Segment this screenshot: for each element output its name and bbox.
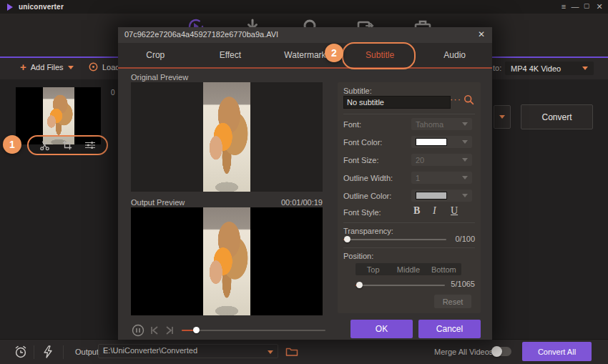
font-color-label: Font Color: [343, 138, 382, 147]
position-slider[interactable] [356, 285, 445, 286]
tab-underline [118, 67, 492, 69]
high-speed-bolt-icon[interactable] [42, 345, 54, 358]
chevron-down-icon [499, 115, 505, 119]
menu-icon[interactable]: ≡ [558, 2, 569, 11]
italic-button[interactable]: I [433, 205, 436, 217]
output-preview-frame [203, 207, 250, 315]
convert-button[interactable]: Convert [521, 104, 593, 129]
outline-color-swatch [416, 192, 447, 200]
plus-icon: + [20, 62, 26, 72]
load-label: Load [102, 63, 119, 72]
chevron-down-icon [582, 67, 588, 70]
merge-all-videos-label: Merge All Videos [434, 348, 493, 356]
bold-button[interactable]: B [413, 205, 420, 217]
subtitle-label: Subtitle: [343, 87, 372, 95]
outline-color-label: Outline Color: [343, 192, 391, 200]
output-preview [131, 207, 323, 315]
seek-slider-knob[interactable] [193, 327, 200, 333]
transparency-label: Transparency: [343, 227, 393, 235]
original-preview-frame [203, 82, 250, 192]
seek-slider[interactable] [182, 330, 325, 331]
load-dvd-button[interactable]: Load [89, 62, 119, 72]
transparency-slider[interactable] [343, 239, 446, 240]
tab-crop[interactable]: Crop [118, 43, 193, 67]
merge-toggle[interactable] [493, 347, 511, 356]
original-preview [131, 82, 323, 192]
position-segmented-control: Top Middle Bottom [356, 263, 461, 275]
ok-button[interactable]: OK [350, 320, 413, 338]
prev-frame-button[interactable] [149, 326, 159, 335]
original-preview-label: Original Preview [131, 73, 188, 82]
pause-button[interactable] [132, 324, 144, 337]
tab-effect[interactable]: Effect [193, 43, 268, 67]
font-size-label: Font Size: [343, 156, 379, 164]
outline-color-dropdown[interactable] [411, 190, 472, 202]
minimize-button[interactable]: — [569, 2, 581, 11]
cancel-button[interactable]: Cancel [418, 320, 481, 338]
font-label: Font: [343, 120, 361, 129]
font-color-swatch [416, 138, 447, 146]
chevron-down-icon [462, 140, 468, 144]
clip-tools-bar [27, 135, 108, 155]
divider [343, 247, 475, 248]
output-label: Output [75, 348, 99, 356]
font-color-dropdown[interactable] [411, 136, 472, 148]
subtitle-file-input[interactable] [343, 96, 451, 109]
search-subtitle-icon[interactable] [464, 94, 474, 105]
divider [343, 222, 475, 223]
position-label: Position: [343, 252, 373, 260]
reset-button[interactable]: Reset [434, 295, 471, 308]
playback-time: 00:01/00:19 [281, 198, 323, 207]
next-frame-button[interactable] [165, 326, 175, 335]
output-format-value: MP4 4K Video [511, 64, 561, 73]
duration-partial-text: 0 [111, 89, 115, 97]
font-dropdown[interactable]: Tahoma [411, 118, 472, 130]
position-middle-button[interactable]: Middle [391, 263, 426, 275]
tab-audio[interactable]: Audio [417, 43, 492, 67]
open-folder-icon[interactable] [285, 346, 298, 357]
dialog-close-icon[interactable]: ✕ [478, 29, 485, 39]
output-preview-label: Output Preview [131, 198, 185, 207]
chevron-down-icon [68, 66, 74, 69]
trim-scissors-icon[interactable] [39, 140, 50, 151]
schedule-clock-icon[interactable] [14, 345, 28, 359]
position-value: 5/1065 [451, 280, 475, 288]
app-name: uniconverter [19, 3, 64, 11]
font-style-label: Font Style: [343, 208, 381, 217]
outline-width-label: Outline Width: [343, 174, 393, 182]
convert-to-label: to: [493, 64, 501, 72]
output-path-input[interactable] [102, 345, 262, 355]
annotation-step-1: 1 [3, 135, 21, 154]
position-slider-knob[interactable] [356, 282, 363, 288]
format-mini-dropdown[interactable] [494, 105, 511, 129]
underline-button[interactable]: U [451, 205, 458, 217]
maximize-button[interactable]: ▢ [581, 2, 592, 9]
crop-icon[interactable] [62, 140, 72, 150]
output-path-field[interactable] [98, 344, 278, 358]
transparency-value: 0/100 [455, 235, 475, 243]
convert-all-button[interactable]: Convert All [522, 342, 592, 361]
close-button[interactable]: ✕ [594, 2, 605, 11]
subtitle-settings-panel: Subtitle: ··· Font: Tahoma Font Color: F… [338, 82, 481, 313]
outline-width-dropdown[interactable]: 1 [411, 172, 472, 184]
merge-toggle-knob[interactable] [491, 346, 502, 357]
transparency-slider-knob[interactable] [344, 236, 350, 242]
position-top-button[interactable]: Top [356, 263, 391, 275]
divider [63, 345, 64, 359]
uniconverter-window: uniconverter ≡ — ▢ ✕ + Add Fil [0, 0, 608, 364]
annotation-step-2-outline [342, 42, 416, 69]
chevron-down-icon[interactable] [268, 350, 273, 354]
edit-dialog: 07c9622e7206a4a45927182e6770ba9a.AVI ✕ C… [118, 27, 492, 340]
browse-subtitle-button[interactable]: ··· [450, 94, 461, 104]
window-titlebar: uniconverter ≡ — ▢ ✕ [0, 0, 608, 14]
annotation-step-2: 2 [325, 44, 343, 62]
position-bottom-button[interactable]: Bottom [426, 263, 461, 275]
font-size-value: 20 [416, 156, 424, 164]
dialog-title: 07c9622e7206a4a45927182e6770ba9a.AVI [124, 30, 278, 39]
add-files-button[interactable]: + Add Files [20, 62, 74, 72]
output-format-dropdown[interactable]: MP4 4K Video [505, 62, 594, 75]
divider [34, 345, 34, 359]
effects-sliders-icon[interactable] [84, 140, 96, 150]
chevron-down-icon [462, 122, 468, 126]
font-size-dropdown[interactable]: 20 [411, 154, 472, 166]
